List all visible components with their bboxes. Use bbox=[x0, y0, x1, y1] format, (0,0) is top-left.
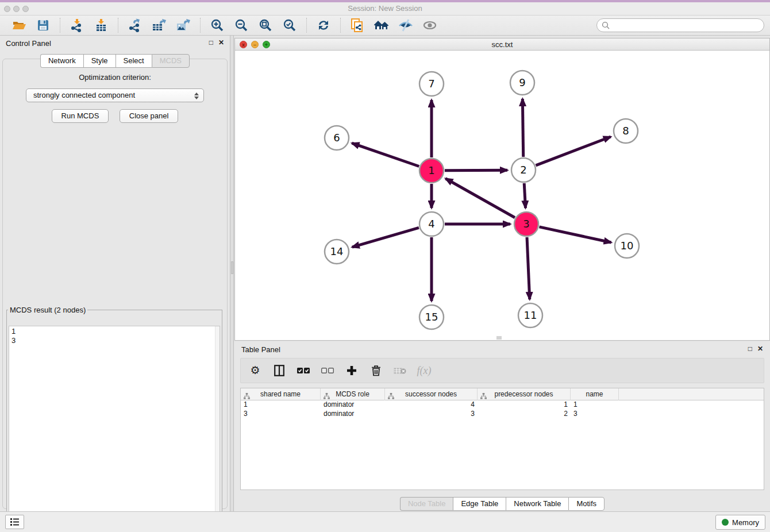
zoom-selected-icon[interactable] bbox=[281, 17, 298, 33]
canvas-hscroll-thumb[interactable] bbox=[496, 336, 502, 340]
close-panel-button[interactable]: Close panel bbox=[120, 109, 179, 123]
graph-node-label-4: 4 bbox=[428, 218, 434, 230]
table-cell[interactable]: 2 bbox=[478, 410, 571, 419]
table-panel-float-icon[interactable]: □ bbox=[748, 345, 752, 353]
refresh-icon[interactable] bbox=[315, 17, 332, 33]
import-table-icon[interactable] bbox=[93, 17, 110, 33]
status-bar: Memory bbox=[0, 511, 770, 532]
import-network-icon[interactable] bbox=[68, 17, 86, 33]
table-cell[interactable]: 3 bbox=[571, 410, 619, 419]
fx-icon: f(x) bbox=[417, 363, 432, 378]
node-table-header: shared nameMCDS rolesuccessor nodesprede… bbox=[241, 388, 764, 400]
tab-node-table[interactable]: Node Table bbox=[400, 497, 453, 511]
table-cell[interactable]: 1 bbox=[478, 400, 571, 410]
graph-edge-1-2[interactable] bbox=[445, 170, 507, 171]
table-cell[interactable]: 4 bbox=[385, 400, 478, 410]
search-input[interactable] bbox=[613, 20, 764, 30]
trash-icon[interactable] bbox=[368, 363, 383, 378]
zoom-fit-icon[interactable] bbox=[257, 17, 274, 33]
column-type-icon bbox=[480, 391, 487, 403]
graph-edge-3-1[interactable] bbox=[445, 179, 515, 218]
column-header-shared-name[interactable]: shared name bbox=[241, 388, 321, 400]
select-all-icon[interactable] bbox=[296, 363, 311, 378]
open-folder-icon[interactable] bbox=[10, 17, 28, 33]
zoom-in-icon[interactable] bbox=[209, 17, 226, 33]
table-cell[interactable]: 1 bbox=[571, 400, 619, 410]
mcds-result-title: MCDS result (2 nodes) bbox=[8, 306, 87, 314]
graph-node-label-1: 1 bbox=[428, 164, 434, 176]
memory-button[interactable]: Memory bbox=[715, 515, 765, 530]
mcds-result-text[interactable]: 13 bbox=[9, 326, 220, 521]
column-header-MCDS-role[interactable]: MCDS role bbox=[321, 388, 385, 400]
eye-slash-icon[interactable] bbox=[397, 17, 414, 33]
graph-edge-3-10[interactable] bbox=[539, 227, 611, 242]
node-table-body: 1dominator4113dominator323 bbox=[241, 400, 764, 419]
table-toolbar: ⚙f(x) bbox=[240, 358, 764, 383]
optimization-criterion-select[interactable]: strongly connected component bbox=[26, 88, 204, 102]
columns-icon[interactable] bbox=[272, 363, 287, 378]
table-panel-close-icon[interactable]: ✕ bbox=[757, 345, 763, 353]
graph-edge-2-8[interactable] bbox=[536, 137, 610, 165]
network-canvas[interactable]: 7968124314101511 bbox=[235, 51, 769, 340]
column-type-icon bbox=[244, 391, 250, 403]
network-view-window: x – + scc.txt 7968124314101511 bbox=[234, 38, 770, 341]
graph-edge-2-9[interactable] bbox=[522, 99, 523, 157]
network-window-titlebar[interactable]: x – + scc.txt bbox=[235, 38, 769, 51]
panel-splitter[interactable] bbox=[230, 36, 234, 511]
table-row[interactable]: 3dominator323 bbox=[241, 410, 764, 419]
tab-motifs[interactable]: Motifs bbox=[568, 497, 605, 511]
table-cell[interactable]: 3 bbox=[241, 410, 321, 419]
graph-edge-2-3[interactable] bbox=[524, 183, 525, 208]
save-icon[interactable] bbox=[34, 17, 52, 33]
graph-edge-4-14[interactable] bbox=[352, 228, 419, 247]
table-cell[interactable]: 3 bbox=[385, 410, 478, 419]
column-header-label: successor nodes bbox=[405, 390, 457, 398]
memory-label: Memory bbox=[732, 518, 759, 527]
result-scrollbar[interactable] bbox=[215, 326, 220, 521]
mcds-result-box: MCDS result (2 nodes) 13 bbox=[6, 306, 222, 523]
clear-selection-icon[interactable] bbox=[320, 363, 335, 378]
task-history-button[interactable] bbox=[5, 515, 24, 529]
zoom-out-icon[interactable] bbox=[233, 17, 250, 33]
column-header-name[interactable]: name bbox=[571, 388, 619, 400]
tab-edge-table[interactable]: Edge Table bbox=[453, 497, 506, 511]
graph-edge-3-11[interactable] bbox=[527, 237, 530, 299]
search-box[interactable] bbox=[596, 18, 764, 32]
network-copy-icon[interactable] bbox=[349, 17, 366, 33]
column-header-predecessor-nodes[interactable]: predecessor nodes bbox=[478, 388, 571, 400]
graph-node-label-6: 6 bbox=[333, 132, 340, 144]
column-header-successor-nodes[interactable]: successor nodes bbox=[385, 388, 478, 400]
control-panel-close-icon[interactable]: ✕ bbox=[218, 38, 224, 47]
control-panel: Control Panel □ ✕ NetworkStyleSelectMCDS… bbox=[0, 36, 230, 511]
table-cell[interactable]: dominator bbox=[321, 400, 385, 410]
table-row[interactable]: 1dominator411 bbox=[241, 400, 764, 410]
tab-select[interactable]: Select bbox=[116, 54, 152, 68]
home-icon[interactable] bbox=[373, 17, 390, 33]
tab-network-table[interactable]: Network Table bbox=[506, 497, 568, 511]
column-header-label: predecessor nodes bbox=[494, 390, 553, 398]
tab-network[interactable]: Network bbox=[40, 54, 83, 68]
gear-icon[interactable]: ⚙ bbox=[248, 363, 263, 378]
table-cell[interactable]: dominator bbox=[321, 410, 385, 419]
table-cell[interactable]: 1 bbox=[241, 400, 321, 410]
table-panel: Table Panel □ ✕ ⚙f(x) shared nameMCDS ro… bbox=[234, 342, 770, 511]
export-image-icon[interactable] bbox=[175, 17, 192, 33]
tab-style[interactable]: Style bbox=[83, 54, 116, 68]
graph-node-label-3: 3 bbox=[523, 218, 529, 230]
network-window-title: scc.txt bbox=[235, 40, 769, 49]
splitter-grip-icon[interactable] bbox=[231, 261, 233, 274]
control-panel-header: Control Panel □ ✕ bbox=[0, 36, 230, 51]
tab-mcds[interactable]: MCDS bbox=[152, 54, 190, 68]
app-title: Session: New Session bbox=[0, 4, 770, 13]
mcds-result-line: 1 bbox=[11, 327, 217, 336]
control-panel-float-icon[interactable]: □ bbox=[209, 38, 213, 47]
run-mcds-button[interactable]: Run MCDS bbox=[52, 109, 109, 123]
node-table[interactable]: shared nameMCDS rolesuccessor nodesprede… bbox=[240, 388, 764, 490]
column-header-label: MCDS role bbox=[336, 390, 369, 398]
main-toolbar bbox=[0, 16, 770, 36]
export-network-icon[interactable] bbox=[126, 17, 144, 33]
graph-edge-1-6[interactable] bbox=[352, 143, 419, 166]
export-table-icon[interactable] bbox=[151, 17, 168, 33]
eye-icon[interactable] bbox=[421, 17, 438, 33]
add-icon[interactable] bbox=[344, 363, 359, 378]
